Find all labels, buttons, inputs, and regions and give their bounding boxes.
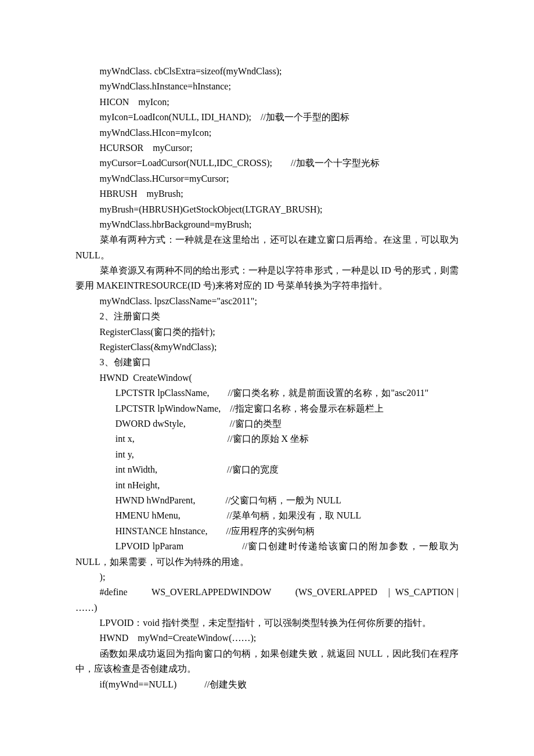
text-line: LPVOID：void 指针类型，未定型指针，可以强制类型转换为任何你所要的指针… <box>75 615 459 631</box>
text-line: HCURSOR myCursor; <box>75 141 459 156</box>
text-line: HWND myWnd=CreateWindow(……); <box>75 631 459 646</box>
text-line: HWND CreateWindow( <box>75 370 459 386</box>
text-line: myWndClass.HIcon=myIcon; <box>75 125 459 141</box>
text-line: myWndClass. lpszClassName="asc2011"; <box>75 294 459 309</box>
text-line: HMENU hMenu, //菜单句柄，如果没有，取 NULL <box>75 508 459 523</box>
text-line: HICON myIcon; <box>75 95 459 110</box>
text-line: int y, <box>75 447 459 462</box>
text-line: LPCTSTR lpClassName, //窗口类名称，就是前面设置的名称，如… <box>75 386 459 401</box>
text-line: HBRUSH myBrush; <box>75 186 459 201</box>
text-line: HINSTANCE hInstance, //应用程序的实例句柄 <box>75 524 459 539</box>
text-line: if(myWnd==NULL) //创建失败 <box>75 677 459 692</box>
text-line: myCursor=LoadCursor(NULL,IDC_CROSS); //加… <box>75 156 459 171</box>
text-line: myWndClass.HCursor=myCursor; <box>75 171 459 186</box>
text-line: #define WS_OVERLAPPEDWINDOW (WS_OVERLAPP… <box>75 585 459 615</box>
document-page: myWndClass. cbClsExtra=sizeof(myWndClass… <box>0 0 534 756</box>
text-line: int nHeight, <box>75 478 459 493</box>
text-line: HWND hWndParent, //父窗口句柄，一般为 NULL <box>75 493 459 508</box>
text-line: 菜单有两种方式：一种就是在这里给出，还可以在建立窗口后再给。在这里，可以取为 N… <box>75 232 459 263</box>
text-line: 2、注册窗口类 <box>75 309 459 324</box>
text-line: myWndClass.hInstance=hInstance; <box>75 79 459 94</box>
text-line: RegisterClass(窗口类的指针); <box>75 325 459 340</box>
text-line: 3、创建窗口 <box>75 355 459 370</box>
text-line: LPCTSTR lpWindowName, //指定窗口名称，将会显示在标题栏上 <box>75 401 459 416</box>
text-line: myWndClass. cbClsExtra=sizeof(myWndClass… <box>75 64 459 79</box>
text-line: 函数如果成功返回为指向窗口的句柄，如果创建失败，就返回 NULL，因此我们在程序… <box>75 646 459 677</box>
text-line: myBrush=(HBRUSH)GetStockObject(LTGRAY_BR… <box>75 202 459 217</box>
text-line: DWORD dwStyle, //窗口的类型 <box>75 416 459 431</box>
text-line: myWndClass.hbrBackground=myBrush; <box>75 217 459 232</box>
text-line: 菜单资源又有两种不同的给出形式：一种是以字符串形式，一种是以 ID 号的形式，则… <box>75 263 459 294</box>
text-line: int x, //窗口的原始 X 坐标 <box>75 431 459 447</box>
text-line: myIcon=LoadIcon(NULL, IDI_HAND); //加载一个手… <box>75 110 459 125</box>
text-line: int nWidth, //窗口的宽度 <box>75 462 459 477</box>
text-line: ); <box>75 570 459 585</box>
document-content: myWndClass. cbClsExtra=sizeof(myWndClass… <box>75 64 459 692</box>
text-line: LPVOID lpParam //窗口创建时传递给该窗口的附加参数，一般取为 N… <box>75 539 459 570</box>
text-line: RegisterClass(&myWndClass); <box>75 340 459 355</box>
